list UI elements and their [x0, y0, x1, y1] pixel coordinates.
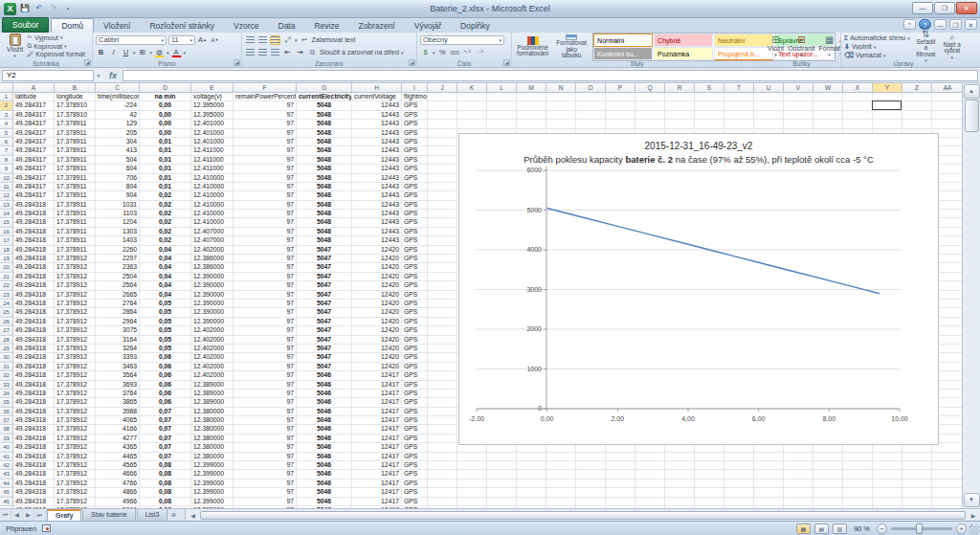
cell[interactable]: 17.378912 [55, 408, 96, 416]
cell[interactable]: 0,05 [140, 345, 191, 353]
row-header-26[interactable]: 26 [0, 318, 13, 326]
cell[interactable]: GPS [402, 138, 428, 146]
cell[interactable]: 97 [234, 461, 297, 470]
cell[interactable]: 97 [234, 390, 297, 398]
cell[interactable]: 97 [234, 336, 297, 345]
cell[interactable]: GPS [402, 371, 428, 380]
clear-button[interactable]: ⌫Vymazat▾ [844, 51, 910, 59]
sheet-tab-stav-baterie[interactable]: Stav baterie [82, 509, 135, 521]
cell[interactable]: 12.386000 [191, 263, 234, 272]
cell[interactable]: 5046 [297, 425, 352, 434]
cell[interactable] [843, 120, 873, 128]
column-header-U[interactable]: U [754, 83, 784, 93]
format-as-table-button[interactable]: Formátovat jako tabulku [554, 34, 589, 59]
cell[interactable] [457, 93, 487, 101]
cell[interactable]: 0,06 [140, 398, 191, 407]
cell[interactable] [546, 488, 576, 497]
cell[interactable]: 5046 [297, 416, 352, 425]
cell[interactable] [635, 488, 665, 497]
cell[interactable]: 12417 [352, 408, 402, 416]
cell[interactable] [428, 398, 457, 407]
cell[interactable]: 97 [234, 228, 297, 236]
restore-button[interactable]: ❐ [934, 2, 955, 14]
cell[interactable] [784, 111, 813, 120]
cell[interactable] [428, 101, 457, 110]
cell[interactable] [428, 174, 457, 183]
cell[interactable]: 97 [234, 201, 297, 210]
cell[interactable]: 0,01 [140, 146, 191, 155]
cell[interactable]: 97 [234, 183, 297, 191]
cell[interactable] [873, 479, 902, 488]
ribbon-tab-zobrazen-[interactable]: Zobrazení [348, 19, 404, 33]
cell[interactable]: 0,05 [140, 308, 191, 317]
cell[interactable]: 17.378911 [55, 236, 96, 245]
clipboard-item[interactable]: ✂Vyjmout▾ [27, 33, 85, 42]
cell[interactable] [695, 461, 724, 470]
row-header-2[interactable]: 2 [0, 101, 13, 110]
cell[interactable] [873, 111, 902, 120]
cell[interactable]: 49.284318 [13, 453, 55, 461]
cell[interactable]: 12.402000 [191, 336, 234, 345]
cell[interactable]: 49.284318 [13, 201, 55, 210]
cell[interactable]: GPS [402, 308, 428, 317]
cell[interactable] [517, 498, 546, 506]
cell[interactable]: 1403 [96, 236, 140, 245]
cell[interactable]: 12.380000 [191, 453, 234, 461]
cell[interactable] [932, 470, 962, 479]
cell[interactable]: 97 [234, 146, 297, 155]
cell[interactable] [665, 453, 695, 461]
cell[interactable]: 17.378912 [55, 390, 96, 398]
cell[interactable]: 49.284318 [13, 236, 55, 245]
cell[interactable] [546, 93, 576, 101]
cell[interactable]: 5047 [297, 291, 352, 300]
cell[interactable]: 0,06 [140, 390, 191, 398]
cell[interactable]: 3865 [96, 398, 140, 407]
cell[interactable]: 5048 [297, 120, 352, 128]
cell[interactable]: 12.399000 [191, 488, 234, 497]
cell[interactable]: 17.378912 [55, 443, 96, 452]
close-button[interactable]: ✕ [956, 2, 977, 14]
cell[interactable]: 12443 [352, 156, 402, 165]
cell[interactable] [606, 101, 635, 110]
cell[interactable]: 42 [96, 111, 140, 120]
name-box-dropdown-icon[interactable]: ▾ [94, 72, 103, 78]
cell[interactable] [695, 498, 724, 506]
cell[interactable] [902, 101, 932, 110]
cell[interactable]: 5048 [297, 210, 352, 218]
cell[interactable]: GPS [402, 101, 428, 110]
cell[interactable] [428, 443, 457, 452]
cell[interactable] [606, 479, 635, 488]
cell[interactable]: 3075 [96, 326, 140, 335]
cell[interactable] [428, 390, 457, 398]
cell[interactable]: 5047 [297, 263, 352, 272]
cell[interactable]: 12417 [352, 453, 402, 461]
cell[interactable] [665, 93, 695, 101]
clipboard-item[interactable]: 🖉Kopírovat formát [27, 50, 85, 58]
first-sheet-icon[interactable]: ⏮ [0, 509, 11, 521]
column-header-E[interactable]: E [191, 83, 234, 93]
cell[interactable] [606, 93, 635, 101]
row-header-21[interactable]: 21 [0, 273, 13, 281]
cell[interactable]: 205 [96, 129, 140, 138]
merge-center-label[interactable]: Sloučit a zarovnat na střed [320, 49, 399, 56]
cell[interactable]: 49.284318 [13, 498, 55, 506]
cell[interactable] [784, 120, 813, 128]
zoom-slider[interactable] [891, 527, 952, 530]
cell[interactable] [635, 111, 665, 120]
cell[interactable]: 17.378912 [55, 353, 96, 362]
bold-button[interactable]: B [96, 48, 106, 57]
cell[interactable]: 5047 [297, 246, 352, 255]
cell[interactable] [428, 273, 457, 281]
cell[interactable]: GPS [402, 498, 428, 506]
cell[interactable]: 97 [234, 165, 297, 173]
horizontal-scroll-thumb[interactable] [200, 511, 966, 520]
cell[interactable]: currentElectricity [297, 93, 352, 101]
cell[interactable] [724, 470, 754, 479]
cell[interactable]: 12.411000 [191, 165, 234, 173]
cell[interactable] [784, 488, 813, 497]
cell[interactable]: GPS [402, 201, 428, 210]
scroll-left-icon[interactable]: ◀ [186, 512, 199, 519]
cell[interactable]: 12.401000 [191, 129, 234, 138]
cell[interactable] [754, 461, 784, 470]
cell[interactable] [932, 101, 962, 110]
